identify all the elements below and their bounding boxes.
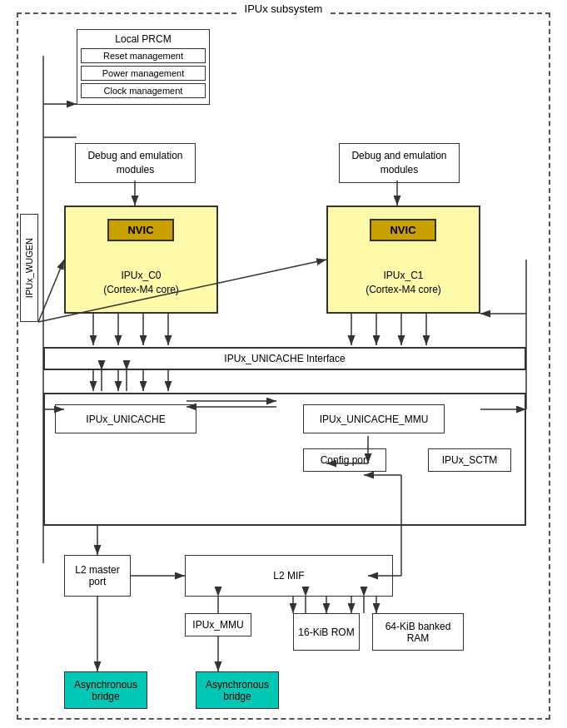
- nvic-right: NVIC: [370, 219, 436, 241]
- l2-master-label: L2 masterport: [75, 564, 119, 587]
- l2-master-box: L2 masterport: [64, 555, 131, 597]
- nvic-left: NVIC: [107, 219, 174, 241]
- debug-right-box: Debug and emulation modules: [339, 143, 460, 183]
- wugen-box: IPUx_WUGEN: [20, 214, 38, 322]
- local-prcm-title: Local PRCM: [81, 33, 206, 45]
- clock-management: Clock management: [81, 83, 206, 98]
- ipux-mmu-box: IPUx_MMU: [185, 613, 251, 636]
- main-container: IPUx subsystem Local PRCM Reset manageme…: [17, 12, 550, 720]
- l2-mif-box: L2 MIF: [185, 555, 393, 597]
- subsystem-title: IPUx subsystem: [240, 2, 328, 15]
- power-management: Power management: [81, 66, 206, 81]
- debug-left-box: Debug and emulation modules: [75, 143, 196, 183]
- async-bridge-left-label: Asynchronousbridge: [74, 679, 137, 702]
- config-port-box: Config port: [303, 448, 386, 472]
- core-left-box: NVIC IPUx_C0(Cortex-M4 core): [64, 206, 218, 314]
- wugen-label: IPUx_WUGEN: [24, 238, 34, 298]
- core-right-label: IPUx_C1(Cortex-M4 core): [328, 269, 479, 297]
- ram-box: 64-KiB banked RAM: [372, 613, 464, 651]
- async-bridge-right: Asynchronousbridge: [196, 671, 279, 709]
- core-left-label: IPUx_C0(Cortex-M4 core): [66, 269, 216, 297]
- async-bridge-right-label: Asynchronousbridge: [206, 679, 269, 702]
- async-bridge-left: Asynchronousbridge: [64, 671, 147, 709]
- core-right-box: NVIC IPUx_C1(Cortex-M4 core): [326, 206, 480, 314]
- rom-box: 16-KiB ROM: [293, 613, 360, 651]
- unicache-inner-box: IPUx_UNICACHE: [55, 404, 196, 433]
- local-prcm-box: Local PRCM Reset management Power manage…: [77, 29, 210, 105]
- lower-box: IPUx_UNICACHE IPUx_UNICACHE_MMU Config p…: [43, 393, 526, 526]
- svg-line-40: [38, 260, 64, 322]
- unicache-mmu-box: IPUx_UNICACHE_MMU: [303, 404, 445, 433]
- reset-management: Reset management: [81, 48, 206, 63]
- sctm-box: IPUx_SCTM: [428, 448, 511, 472]
- unicache-interface-box: IPUx_UNICACHE Interface: [43, 347, 526, 370]
